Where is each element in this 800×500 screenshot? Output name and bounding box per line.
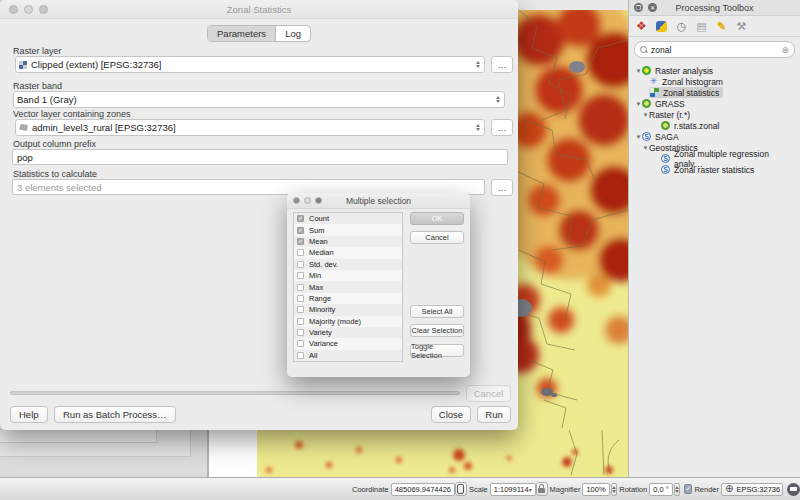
- scripts-icon[interactable]: [656, 21, 667, 32]
- checkbox[interactable]: [297, 352, 304, 359]
- vector-layer-combobox[interactable]: admin_level3_rural [EPSG:32736]: [15, 119, 485, 136]
- selected-tree-item: Zonal statistics: [649, 87, 723, 98]
- option-row-all[interactable]: All: [294, 350, 402, 361]
- chevron-down-icon[interactable]: ▼: [635, 134, 642, 140]
- multiple-selection-dialog: Multiple selection ✓Count ✓Sum ✓Mean Med…: [287, 193, 470, 377]
- ok-button[interactable]: OK: [410, 212, 464, 225]
- option-row-variance[interactable]: Variance: [294, 338, 402, 349]
- combobox-arrows-icon: [496, 96, 501, 103]
- saga-provider-icon: S: [642, 132, 651, 141]
- option-row-mean[interactable]: ✓Mean: [294, 236, 402, 247]
- edit-icon[interactable]: ✎: [715, 20, 728, 33]
- cancel-button[interactable]: Cancel: [410, 231, 464, 244]
- globe-icon: ⊕: [725, 484, 733, 494]
- tree-item-zonal-multiple-regression[interactable]: S Zonal multiple regression analy…: [629, 153, 800, 164]
- option-row-range[interactable]: Range: [294, 293, 402, 304]
- history-icon[interactable]: ◷: [675, 20, 688, 33]
- chevron-down-icon[interactable]: ▼: [635, 68, 642, 74]
- checkbox[interactable]: [297, 329, 304, 336]
- tree-group-saga[interactable]: ▼ S SAGA: [629, 131, 800, 142]
- render-label: Render: [694, 485, 719, 494]
- statistics-browse-button[interactable]: …: [491, 179, 513, 196]
- statistics-option-list[interactable]: ✓Count ✓Sum ✓Mean Median Std. dev. Min M…: [293, 212, 403, 362]
- dialog-title: Multiple selection: [287, 196, 470, 206]
- checkbox[interactable]: [297, 295, 304, 302]
- magnifier-stepper[interactable]: [611, 483, 618, 496]
- lock-scale-button[interactable]: [536, 482, 548, 496]
- scale-combobox[interactable]: 1:1099114▾: [490, 483, 536, 496]
- cancel-progress-button[interactable]: Cancel: [466, 385, 511, 402]
- rotation-label: Rotation: [619, 485, 647, 494]
- vector-layer-label: Vector layer containing zones: [13, 109, 131, 119]
- option-row-majority[interactable]: Majority (mode): [294, 316, 402, 327]
- combobox-arrows-icon: [476, 61, 481, 68]
- checkbox[interactable]: [297, 272, 304, 279]
- clear-search-icon[interactable]: ⊗: [781, 45, 789, 55]
- vector-layer-icon: [19, 124, 28, 131]
- tab-log[interactable]: Log: [276, 26, 310, 41]
- saga-algorithm-icon: S: [661, 165, 670, 174]
- checkbox[interactable]: [297, 340, 304, 347]
- toggle-selection-button[interactable]: Toggle Selection: [410, 344, 464, 357]
- options-icon[interactable]: ⚒: [735, 20, 748, 33]
- results-icon[interactable]: ▤: [695, 20, 708, 33]
- checkbox[interactable]: [297, 284, 304, 291]
- raster-band-combobox[interactable]: Band 1 (Gray): [13, 91, 505, 108]
- processing-toolbox-panel: ❐ ✕ Processing Toolbox ❖ ◷ ▤ ✎ ⚒ zonal ⊗…: [628, 0, 800, 477]
- tree-item-zonal-histogram[interactable]: ✳ Zonal histogram: [629, 76, 800, 87]
- chevron-down-icon[interactable]: ▼: [635, 101, 642, 107]
- select-all-button[interactable]: Select All: [410, 305, 464, 318]
- run-button[interactable]: Run: [477, 406, 511, 423]
- raster-layer-icon: [19, 61, 27, 69]
- tree-group-grass[interactable]: ▼ GRASS: [629, 98, 800, 109]
- messages-icon[interactable]: [787, 483, 800, 496]
- run-as-batch-button[interactable]: Run as Batch Process…: [54, 406, 176, 423]
- option-row-max[interactable]: Max: [294, 281, 402, 292]
- models-icon[interactable]: ❖: [635, 20, 648, 33]
- option-row-variety[interactable]: Variety: [294, 327, 402, 338]
- output-prefix-input[interactable]: pop: [12, 149, 508, 165]
- dialog-title: Zonal Statistics: [0, 4, 518, 15]
- chevron-down-icon[interactable]: ▼: [642, 112, 649, 118]
- toolbox-search-input[interactable]: zonal ⊗: [634, 41, 795, 58]
- tab-parameters[interactable]: Parameters: [208, 26, 276, 41]
- dialog-titlebar[interactable]: Zonal Statistics: [0, 0, 518, 19]
- track-mouse-button[interactable]: [455, 482, 467, 496]
- checkbox[interactable]: [297, 306, 304, 313]
- tree-item-zonal-statistics[interactable]: Zonal statistics: [629, 87, 800, 98]
- option-row-stddev[interactable]: Std. dev.: [294, 259, 402, 270]
- rotation-stepper[interactable]: [674, 483, 681, 496]
- chevron-down-icon[interactable]: ▼: [642, 145, 649, 151]
- checkbox[interactable]: ✓: [297, 215, 304, 222]
- clear-selection-button[interactable]: Clear Selection: [410, 324, 464, 337]
- dialog-titlebar[interactable]: Multiple selection: [287, 193, 470, 209]
- magnifier-input[interactable]: 100%: [582, 483, 609, 496]
- histogram-icon: ✳: [649, 77, 658, 86]
- close-button[interactable]: Close: [431, 406, 471, 423]
- coordinate-label: Coordinate: [352, 485, 389, 494]
- crs-button[interactable]: ⊕EPSG:32736: [721, 483, 783, 496]
- option-row-sum[interactable]: ✓Sum: [294, 224, 402, 235]
- render-checkbox[interactable]: ✓: [684, 484, 692, 494]
- raster-layer-combobox[interactable]: Clipped (extent) [EPSG:32736]: [15, 56, 485, 73]
- mouse-icon: [457, 484, 464, 494]
- checkbox[interactable]: [297, 249, 304, 256]
- option-row-count[interactable]: ✓Count: [294, 213, 402, 224]
- checkbox[interactable]: [297, 261, 304, 268]
- tree-group-raster-r[interactable]: ▼ Raster (r.*): [629, 109, 800, 120]
- raster-layer-browse-button[interactable]: …: [491, 56, 513, 73]
- tree-item-rstatszonal[interactable]: r.stats.zonal: [629, 120, 800, 131]
- checkbox[interactable]: [297, 318, 304, 325]
- checkbox[interactable]: ✓: [297, 238, 304, 245]
- checkbox[interactable]: ✓: [297, 227, 304, 234]
- rotation-input[interactable]: 0,0 °: [649, 483, 673, 496]
- option-row-median[interactable]: Median: [294, 247, 402, 258]
- lock-icon: [538, 488, 545, 493]
- coordinate-input[interactable]: 485069,9474426: [391, 483, 455, 496]
- help-button[interactable]: Help: [10, 406, 48, 423]
- toolbox-titlebar: ❐ ✕ Processing Toolbox: [629, 0, 800, 16]
- vector-layer-browse-button[interactable]: …: [491, 119, 513, 136]
- option-row-min[interactable]: Min: [294, 270, 402, 281]
- tree-group-raster-analysis[interactable]: ▼ Raster analysis: [629, 65, 800, 76]
- option-row-minority[interactable]: Minority: [294, 304, 402, 315]
